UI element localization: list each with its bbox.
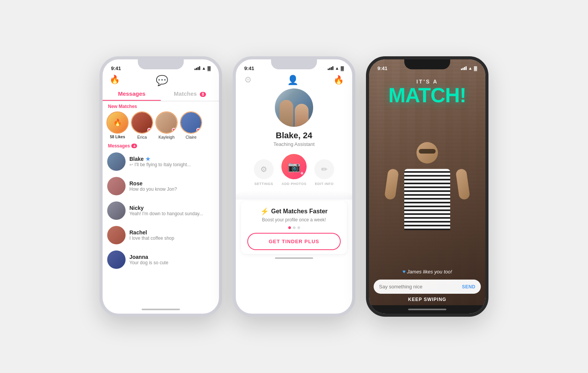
rose-msg-info: Rose How do you know Jon? [129, 180, 214, 192]
keep-swiping-button[interactable]: KEEP SWIPING [374, 294, 481, 304]
left-arm [384, 168, 399, 200]
phone-profile: 9:41 ▲ ▓ ⚙ 👤 🔥 Blake [233, 56, 355, 317]
likes-count: 58 Likes [110, 135, 125, 139]
settings-action-btn[interactable]: ⚙ SETTINGS [254, 159, 274, 186]
signal-icon [194, 66, 200, 70]
tab-messages[interactable]: Messages [103, 87, 161, 101]
profile-job: Teaching Assistant [273, 141, 315, 147]
tinder-flame-icon: 🔥 [109, 75, 120, 87]
message-item-joanna[interactable]: Joanna Your dog is so cute [103, 247, 219, 272]
status-icons-3: ▲ ▓ [461, 66, 477, 70]
rachel-msg-info: Rachel I love that coffee shop [129, 229, 214, 241]
rose-avatar [107, 177, 126, 195]
time-1: 9:41 [111, 65, 121, 71]
profile-avatar-icon: 👤 [287, 75, 299, 85]
blake-msg-info: Blake ★ ↩ I'll be flying to Italy tonigh… [129, 156, 214, 167]
kayleigh-avatar[interactable]: Kayleigh [155, 111, 178, 139]
messages-section-label: Messages 4 [103, 142, 219, 149]
chat-bubble-icon: 💬 [156, 75, 168, 87]
phone2-inner: 9:41 ▲ ▓ ⚙ 👤 🔥 Blake [236, 59, 352, 314]
action-row: ⚙ SETTINGS 📷 + ADD PHOTOS ✏ EDIT INFO [236, 150, 352, 189]
battery-3-icon: ▓ [474, 66, 477, 70]
status-icons-1: ▲ ▓ [194, 66, 211, 70]
new-matches-row: 🔥 58 Likes Erica Kayleigh [103, 110, 219, 142]
new-matches-label: New Matches [103, 101, 219, 110]
james-likes-section: ♥ James likes you too! [369, 267, 485, 277]
settings-label: SETTINGS [254, 182, 273, 186]
heart-icon: ♥ [402, 268, 405, 275]
notch [138, 59, 184, 69]
wifi-2-icon: ▲ [335, 66, 339, 70]
get-tinder-plus-button[interactable]: GET TINDER PLUS [247, 233, 341, 250]
home-bar-2 [236, 254, 352, 262]
dot-1 [293, 226, 296, 229]
say-something-input[interactable] [374, 280, 457, 294]
nicky-avatar [107, 201, 126, 220]
notch-2 [271, 59, 317, 69]
joanna-avatar [107, 250, 126, 269]
phone-match: 9:41 ▲ ▓ IT'S A MATCH! [366, 56, 488, 317]
right-arm [456, 168, 470, 200]
send-button[interactable]: SEND [457, 280, 481, 294]
wifi-icon: ▲ [202, 66, 206, 70]
add-photos-icon-wrap: 📷 + [281, 154, 307, 179]
notch-3 [404, 59, 450, 69]
add-photos-label: ADD PHOTOS [282, 182, 307, 186]
messages-count-badge: 4 [131, 144, 137, 148]
carousel-dots [247, 226, 341, 229]
blake-preview: ↩ I'll be flying to Italy tonight... [129, 162, 214, 167]
james-likes-text: ♥ James likes you too! [402, 269, 452, 275]
erica-avatar[interactable]: Erica [131, 111, 153, 139]
message-item-blake[interactable]: Blake ★ ↩ I'll be flying to Italy tonigh… [103, 149, 219, 174]
message-item-rachel[interactable]: Rachel I love that coffee shop [103, 223, 219, 247]
blake-name: Blake ★ [129, 156, 214, 162]
joanna-msg-info: Joanna Your dog is so cute [129, 254, 214, 265]
time-3: 9:41 [377, 65, 387, 71]
phone-inner: 9:41 ▲ ▓ 🔥 💬 Messages [103, 59, 219, 314]
battery-icon: ▓ [207, 66, 211, 70]
settings-header-icon[interactable]: ⚙ [244, 75, 252, 85]
profile-section: Blake, 24 Teaching Assistant [236, 88, 352, 150]
edit-info-btn[interactable]: ✏ EDIT INFO [314, 159, 334, 186]
add-photos-btn[interactable]: 📷 + ADD PHOTOS [281, 154, 307, 186]
joanna-preview: Your dog is so cute [129, 260, 214, 265]
joanna-name: Joanna [129, 254, 214, 260]
rose-preview: How do you know Jon? [129, 186, 214, 192]
striped-body [404, 169, 450, 230]
tab-matches[interactable]: Matches 8 [161, 87, 219, 101]
likes-avatar[interactable]: 🔥 58 Likes [106, 111, 129, 139]
signal-2-icon [328, 66, 333, 70]
phone-messages: 9:41 ▲ ▓ 🔥 💬 Messages [100, 56, 222, 317]
nicky-preview: Yeah! I'm down to hangout sunday... [129, 211, 214, 216]
battery-2-icon: ▓ [341, 66, 344, 70]
erica-label: Erica [137, 135, 147, 139]
match-bottom: SEND KEEP SWIPING [369, 277, 485, 305]
bolt-icon: ⚡ [260, 207, 269, 216]
promo-subtitle: Boost your profile once a week! [247, 217, 341, 222]
stripes-pattern [404, 169, 450, 230]
camera-icon: 📷 [288, 161, 300, 173]
settings-gear-icon: ⚙ [260, 165, 267, 174]
message-item-rose[interactable]: Rose How do you know Jon? [103, 174, 219, 198]
match-text: MATCH! [369, 85, 485, 105]
message-input-row: SEND [374, 280, 481, 294]
claire-avatar[interactable]: Claire [180, 111, 202, 139]
tinder-flame-2-icon[interactable]: 🔥 [333, 75, 344, 85]
blake-star-icon: ★ [145, 156, 150, 162]
time-2: 9:41 [244, 65, 254, 71]
wifi-3-icon: ▲ [468, 66, 472, 70]
claire-label: Claire [186, 135, 197, 139]
nicky-name: Nicky [129, 205, 214, 211]
matches-badge: 8 [200, 92, 206, 97]
kayleigh-label: Kayleigh [158, 135, 175, 139]
match-background: 9:41 ▲ ▓ IT'S A MATCH! [369, 59, 485, 305]
message-item-nicky[interactable]: Nicky Yeah! I'm down to hangout sunday..… [103, 198, 219, 223]
rachel-avatar [107, 226, 126, 244]
promo-title: ⚡ Get Matches Faster [247, 207, 341, 216]
messages-list: Blake ★ ↩ I'll be flying to Italy tonigh… [103, 149, 219, 305]
wave-divider [236, 190, 352, 200]
edit-info-label: EDIT INFO [315, 182, 334, 186]
rachel-preview: I love that coffee shop [129, 236, 214, 241]
plus-icon: + [301, 170, 304, 176]
blake-avatar [107, 152, 126, 171]
